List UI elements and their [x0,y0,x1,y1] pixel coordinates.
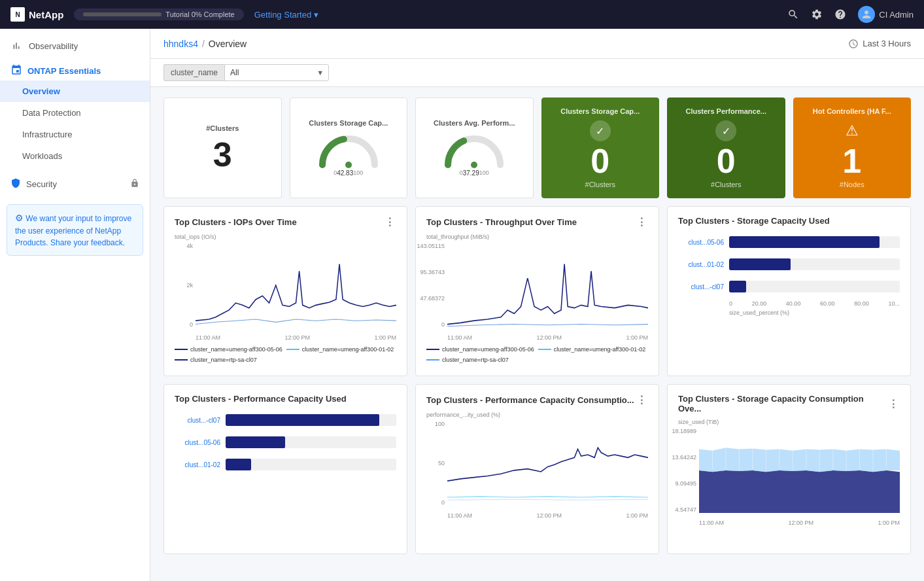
bar-fill-0 [729,236,880,248]
chart-storage-consump[interactable]: Top Clusters - Storage Capacity Consumpt… [667,384,911,554]
breadcrumb-link[interactable]: hhndks4 [163,39,198,49]
perf-x-2: 1:00 PM [626,512,648,519]
stat-clusters[interactable]: #Clusters 3 [163,97,282,198]
bar-chart-icon [10,40,22,52]
chart-iops[interactable]: Top Clusters - IOPs Over Time ⋮ total_io… [163,206,407,376]
legend-iops-1: cluster_name=umeng-aff300-01-02 [286,346,394,353]
perf-y-mid: 50 [438,460,445,467]
legend-tp-1: cluster_name=umeng-aff300-01-02 [538,346,646,353]
tutorial-progress-track [83,12,162,16]
filter-wrapper: All ▼ [224,64,329,81]
chart-perf-consump-title-text: Top Clusters - Performance Capacity Cons… [426,395,634,405]
sidebar-overview-label: Overview [22,86,60,96]
perf-consump-x-axis: 11:00 AM 12:00 PM 1:00 PM [447,507,648,519]
sidebar-item-workloads[interactable]: Workloads [0,145,150,167]
iops-y-label: total_iops (IO/s) [175,234,396,240]
bar-label-1: clust...01-02 [678,261,724,268]
stat-avg-perf-title: Clusters Avg. Perform... [434,119,515,127]
getting-started-label: Getting Started [254,10,311,20]
svg-point-1 [471,162,477,168]
svg-marker-3 [699,448,900,472]
stat-orange-value: 1 [842,144,861,178]
chart-iops-menu[interactable]: ⋮ [385,216,396,228]
throughput-x-axis: 11:00 AM 12:00 PM 1:00 PM [447,329,648,341]
app-logo[interactable]: N NetApp [10,7,63,22]
stat-dark-green-title: Clusters Performance... [686,107,767,115]
chart-storage-cap-title: Top Clusters - Storage Capacity Used [678,216,900,226]
iops-y-axis: 4k 2k 0 [175,243,193,328]
page-header: hhndks4 / Overview Last 3 Hours [150,29,924,59]
user-avatar [858,6,875,23]
user-menu[interactable]: CI Admin [858,6,914,23]
bar-track-2 [729,281,900,292]
stat-dark-green-clusters[interactable]: Clusters Performance... ✓ 0 #Clusters [667,97,785,198]
throughput-x-2: 1:00 PM [626,334,648,341]
getting-started-button[interactable]: Getting Started ▾ [254,10,318,20]
legend-iops-1-label: cluster_name=umeng-aff300-01-02 [302,346,394,353]
charts-row-2: Top Clusters - Performance Capacity Used… [163,384,911,554]
iops-x-2: 1:00 PM [374,334,396,341]
chart-perf-cap-title: Top Clusters - Performance Capacity Used [175,394,396,404]
sidebar-observability-label: Observability [29,41,78,51]
stat-storage-cap[interactable]: Clusters Storage Cap... 0 42.83 100 [290,97,408,198]
search-icon[interactable] [787,9,799,20]
chart-perf-consump-menu[interactable]: ⋮ [636,394,648,406]
settings-icon[interactable] [811,9,823,20]
chart-perf-consump-title: Top Clusters - Performance Capacity Cons… [426,394,648,406]
sidebar-item-infrastructure[interactable]: Infrastructure [0,124,150,145]
stat-green-clusters-value: 0 [590,144,609,178]
breadcrumb-current: Overview [209,39,247,49]
bar-fill-1 [729,258,791,270]
feedback-box[interactable]: ⚙ We want your input to improve the user… [7,204,143,256]
legend-tp-1-label: cluster_name=umeng-aff300-01-02 [554,346,646,353]
chart-storage-cap[interactable]: Top Clusters - Storage Capacity Used clu… [667,206,911,376]
warn-icon: ⚠ [842,120,863,141]
bar-track-0 [729,236,900,248]
sc-x-2: 1:00 PM [878,519,900,526]
stat-clusters-title: #Clusters [206,124,239,132]
tutorial-label: Tutorial 0% Complete [165,10,234,18]
legend-tp-dot-0 [426,349,439,350]
help-icon[interactable] [834,9,846,20]
chart-throughput-menu[interactable]: ⋮ [636,216,648,228]
chart-perf-cap[interactable]: Top Clusters - Performance Capacity Used… [163,384,407,554]
bar-label-0: clust...05-06 [678,239,724,246]
charts-row-1: Top Clusters - IOPs Over Time ⋮ total_io… [163,206,911,376]
chart-perf-consump[interactable]: Top Clusters - Performance Capacity Cons… [415,384,659,554]
throughput-y-label: total_throughput (MiB/s) [426,234,648,240]
chart-throughput[interactable]: Top Clusters - Throughput Over Time ⋮ to… [415,206,659,376]
feedback-text: We want your input to improve the user e… [15,214,131,247]
tutorial-bar[interactable]: Tutorial 0% Complete [74,9,243,20]
stat-green-clusters[interactable]: Clusters Storage Cap... ✓ 0 #Clusters [541,97,660,198]
stat-avg-perf[interactable]: Clusters Avg. Perform... 0 37.29 100 [415,97,534,198]
perf-consump-y-label: performance_...ity_used (%) [426,412,648,418]
sidebar-item-security[interactable]: Security [0,172,150,196]
filter-select[interactable]: All [224,64,329,81]
sidebar: Observability ONTAP Essentials Overview … [0,29,150,581]
sidebar-item-overview[interactable]: Overview [0,80,150,102]
bar-track-1 [729,258,900,270]
sidebar-item-data-protection[interactable]: Data Protection [0,102,150,124]
sc-y4: 4.54747 [675,506,696,513]
iops-y-min: 0 [190,321,193,328]
x-0: 0 [729,300,732,307]
chart-iops-title: Top Clusters - IOPs Over Time ⋮ [175,216,396,228]
stat-green-clusters-sub: #Clusters [585,181,615,188]
chart-perf-cap-title-text: Top Clusters - Performance Capacity Used [175,394,347,404]
sc-x-1: 12:00 PM [788,519,813,526]
time-filter[interactable]: Last 3 Hours [848,39,911,49]
storage-consump-plot [699,428,900,513]
perf-bar-label-0: clust...-cl07 [175,417,220,424]
legend-iops-2-label: cluster_name=rtp-sa-cl07 [190,357,257,363]
sidebar-item-observability[interactable]: Observability [0,34,150,58]
legend-tp-dot-2 [426,359,439,361]
perf-bar-track-1 [226,436,396,448]
sidebar-ontap-label: ONTAP Essentials [27,66,101,76]
sidebar-ontap-header[interactable]: ONTAP Essentials [0,58,150,80]
bar-row-0: clust...05-06 [678,236,900,248]
x-5: 10... [888,300,900,307]
time-filter-label: Last 3 Hours [863,39,911,48]
stat-orange-nodes[interactable]: Hot Controllers (HA F... ⚠ 1 #Nodes [793,97,912,198]
throughput-x-0: 11:00 AM [447,334,472,341]
chart-storage-consump-menu[interactable]: ⋮ [888,398,900,410]
